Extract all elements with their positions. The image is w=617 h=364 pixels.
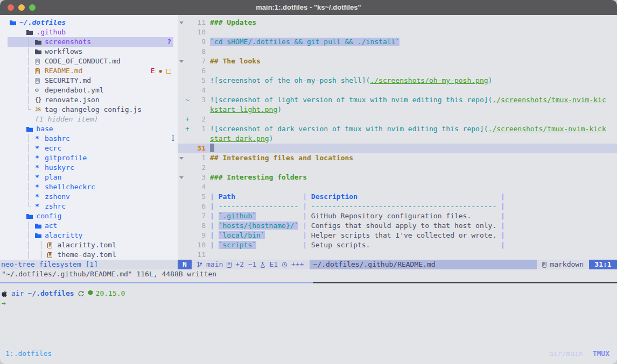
tree-item[interactable]: │ *bashrcI	[0, 134, 178, 144]
zoom-button[interactable]	[29, 4, 36, 11]
editor-line[interactable]: +2	[178, 115, 617, 124]
indent-guide: │	[10, 56, 35, 66]
tree-item[interactable]: │ workflows	[0, 47, 178, 56]
question-badge: ?	[167, 37, 171, 47]
tree-item[interactable]: config	[0, 211, 178, 221]
editor-line[interactable]: 6	[178, 66, 617, 76]
editor-line[interactable]: 9| `local/bin` | Helper scripts that I'v…	[178, 231, 617, 240]
tmux-pane-border-active[interactable]	[0, 282, 313, 283]
tree-item[interactable]: └ *zshrc	[0, 202, 178, 211]
tree-item[interactable]: │ screenshots?	[0, 37, 178, 47]
diff-stats: +2 ~1	[235, 260, 256, 269]
indent-guide: │	[10, 144, 35, 153]
editor-line[interactable]: 7| `.github` | GitHub Repository configu…	[178, 211, 617, 221]
tree-item[interactable]: │ *plan	[0, 173, 178, 182]
tree-item[interactable]: (1 hidden item)	[0, 115, 178, 124]
tree-item-label: gitprofile	[45, 153, 87, 163]
editor-line[interactable]: start-dark.png)	[178, 134, 617, 144]
editor-line[interactable]: 10| `scripts` | Setup scripts. |	[178, 240, 617, 250]
indent-guide: │	[10, 66, 35, 76]
text-segment-td: Configs that should apply to that host o…	[311, 222, 501, 230]
line-number: 8	[192, 47, 206, 56]
tree-item[interactable]: base	[0, 124, 178, 134]
text-segment-body: ![screenshot of dark version of tmux wit…	[210, 125, 488, 133]
text-segment-td: GitHub Repository configuration files.	[311, 212, 501, 220]
editor-line[interactable]: 2	[178, 163, 617, 173]
text-segment-pipe: |	[303, 241, 311, 249]
tree-item[interactable]: ~/.dotfiles	[0, 18, 178, 27]
text-segment-body: ![screenshot of light version of tmux wi…	[210, 96, 492, 104]
git-sign	[185, 211, 192, 221]
tree-item[interactable]: │ *gitprofile	[0, 153, 178, 163]
star-icon: *	[35, 153, 43, 163]
editor-line[interactable]: 11### Updates	[178, 18, 617, 27]
tree-item[interactable]: │ MSECURITY.md	[0, 76, 178, 85]
editor-line[interactable]: ~3![screenshot of light version of tmux …	[178, 95, 617, 105]
text-segment-pipe: |	[210, 231, 219, 239]
line-number: 5	[192, 76, 206, 85]
markdown-icon: M	[542, 262, 547, 268]
diff-file-icon	[227, 262, 232, 268]
editor-line[interactable]: 10	[178, 27, 617, 37]
tree-item[interactable]: └ JStag-changelog-config.js	[0, 105, 178, 115]
tree-item[interactable]: │ *shellcheckrc	[0, 182, 178, 192]
folder-dark-icon	[26, 30, 34, 35]
fold-column[interactable]	[178, 18, 185, 27]
tree-item-label: alacritty	[45, 231, 82, 240]
editor-line[interactable]: kstart-light.png)	[178, 105, 617, 115]
titlebar[interactable]: main:1:.dotfiles - "ks~/.dotfiles"	[0, 0, 617, 15]
tree-item[interactable]: │ *ecrc	[0, 144, 178, 153]
tmux-pane-border[interactable]	[313, 282, 617, 283]
fold-column[interactable]	[178, 173, 185, 182]
editor-line[interactable]: 3### Interesting folders	[178, 173, 617, 182]
editor-line[interactable]: 8| `hosts/{hostname}/` | Configs that sh…	[178, 221, 617, 231]
editor-line[interactable]: 5| Path | Description |	[178, 192, 617, 202]
tree-item-label: plan	[45, 173, 61, 182]
tree-item[interactable]: │ *zshenv	[0, 192, 178, 202]
tree-item[interactable]: │ MCODE_OF_CONDUCT.md	[0, 56, 178, 66]
editor-line[interactable]: 8	[178, 47, 617, 56]
editor[interactable]: 11### Updates 10 9`cd $HOME/.dotfiles &&…	[178, 18, 617, 260]
tree-item-label: tag-changelog-config.js	[45, 105, 142, 115]
tree-item[interactable]: │ ⚙dependabot.yml	[0, 85, 178, 95]
star-icon: *	[35, 173, 43, 182]
tmux-window-label[interactable]: 1:.dotfiles	[5, 349, 52, 359]
tree-item[interactable]: │ act	[0, 221, 178, 231]
command-line-message: "~/.dotfiles/.github/README.md" 116L, 44…	[2, 269, 216, 279]
text-segment-code: `cd $HOME/.dotfiles && git pull && ./ins…	[210, 38, 399, 46]
fold-column[interactable]	[178, 153, 185, 163]
editor-line[interactable]: 31	[178, 144, 617, 153]
tree-item[interactable]: │ alacritty	[0, 231, 178, 240]
tree-item[interactable]: │ │ Mtheme-day.toml	[0, 250, 178, 260]
tree-item-label: base	[36, 124, 53, 134]
editor-line[interactable]: 9`cd $HOME/.dotfiles && git pull && ./in…	[178, 37, 617, 47]
tree-item[interactable]: │ │ Malacritty.toml	[0, 240, 178, 250]
editor-line[interactable]: 11	[178, 250, 617, 260]
text-segment-pipe: |	[501, 212, 505, 220]
filetype-label: markdown	[550, 260, 584, 269]
line-number: 8	[192, 221, 206, 231]
tree-item[interactable]: │ *huskyrc	[0, 163, 178, 173]
text-segment-pipe: |	[210, 192, 219, 201]
editor-line[interactable]: 5![screenshot of the oh-my-posh shell](.…	[178, 76, 617, 85]
git-sign	[185, 56, 192, 66]
git-sign	[185, 66, 192, 76]
tree-item[interactable]: │ {}renovate.json	[0, 95, 178, 105]
tree-item[interactable]: │ MREADME.mdE●	[0, 66, 178, 76]
close-button[interactable]	[8, 4, 14, 11]
fold-column[interactable]	[178, 56, 185, 66]
editor-line[interactable]: 4	[178, 85, 617, 95]
indent-guide: │	[10, 163, 35, 173]
editor-line[interactable]: 6| ------------------- | ---------------…	[178, 202, 617, 211]
editor-line[interactable]: 7## The looks	[178, 56, 617, 66]
text-segment-th: Description	[311, 192, 357, 201]
editor-line[interactable]: +1![screenshot of dark version of tmux w…	[178, 124, 617, 134]
mouse-ibeam-cursor: I	[172, 134, 178, 144]
indent-guide: └	[10, 105, 35, 115]
tree-item-label: renovate.json	[45, 95, 100, 105]
tree-item[interactable]: .github	[0, 27, 178, 37]
editor-line[interactable]: 1## Interesting files and locations	[178, 153, 617, 163]
editor-line[interactable]: 4	[178, 182, 617, 192]
tree-item-label: ecrc	[45, 144, 61, 153]
minimize-button[interactable]	[18, 4, 25, 11]
